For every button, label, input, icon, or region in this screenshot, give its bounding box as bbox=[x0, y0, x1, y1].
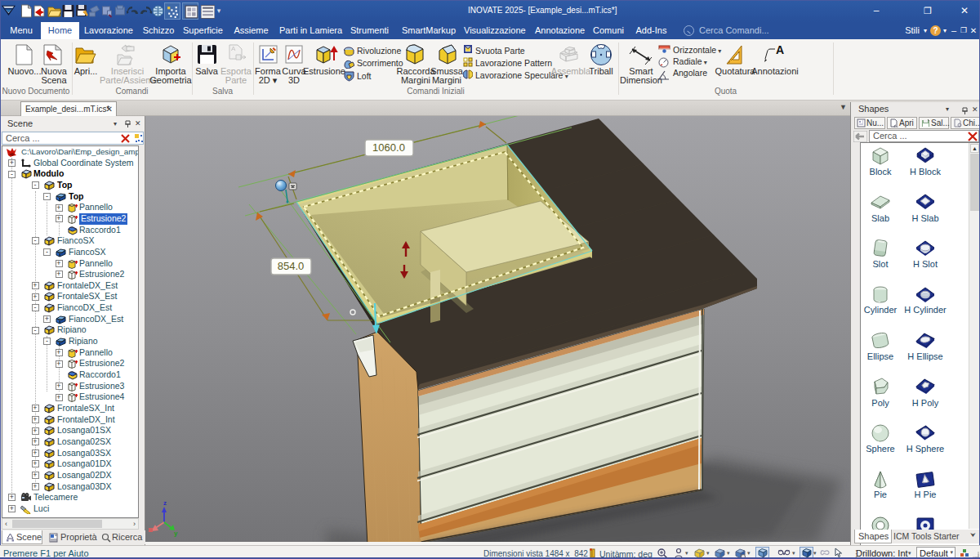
svg-text:854.0: 854.0 bbox=[278, 260, 305, 272]
svg-text:y: y bbox=[174, 530, 178, 537]
svg-text:1060.0: 1060.0 bbox=[372, 141, 405, 154]
svg-text:z: z bbox=[163, 499, 167, 507]
svg-text:A: A bbox=[231, 45, 236, 52]
svg-text:A: A bbox=[776, 44, 784, 56]
